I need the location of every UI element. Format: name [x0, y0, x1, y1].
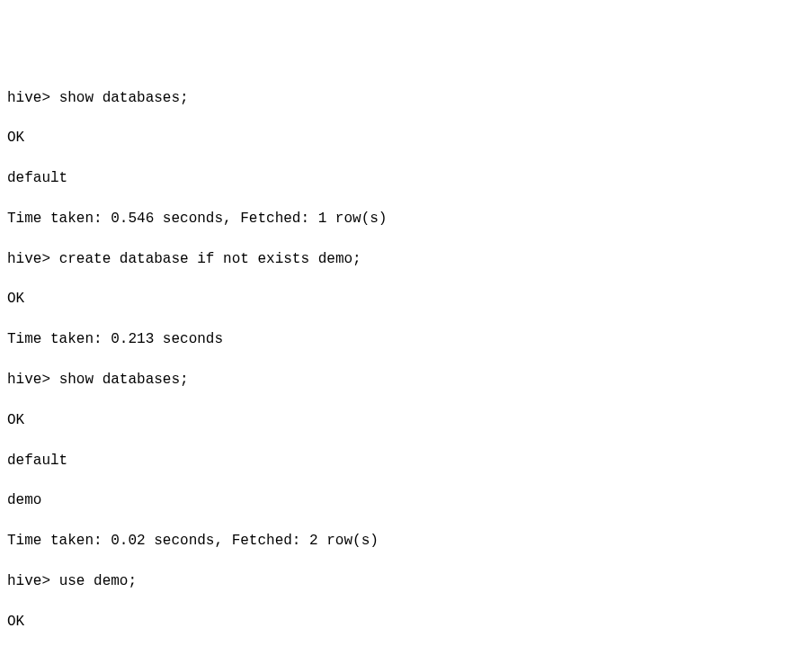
- prompt-line: hive> show databases;: [7, 370, 805, 390]
- result-row: demo: [7, 490, 805, 510]
- command: create database if not exists demo;: [59, 251, 361, 267]
- command: use demo;: [59, 573, 137, 589]
- prompt-line: hive> create database if not exists demo…: [7, 249, 805, 269]
- result-ok: OK: [7, 410, 805, 430]
- result-ok: OK: [7, 128, 805, 148]
- result-row: default: [7, 168, 805, 188]
- result-ok: OK: [7, 289, 805, 309]
- command: show databases;: [59, 372, 189, 388]
- time-taken: Time taken: 0.213 seconds: [7, 329, 805, 349]
- time-taken: Time taken: 0.02 seconds, Fetched: 2 row…: [7, 531, 805, 551]
- terminal-output: hive> show databases; OK default Time ta…: [7, 67, 805, 646]
- prompt-line: hive> use demo;: [7, 571, 805, 591]
- prompt: hive>: [7, 573, 50, 589]
- time-taken: Time taken: 0.546 seconds, Fetched: 1 ro…: [7, 209, 805, 229]
- prompt: hive>: [7, 90, 50, 106]
- command: show databases;: [59, 90, 189, 106]
- prompt: hive>: [7, 372, 50, 388]
- result-ok: OK: [7, 612, 805, 632]
- prompt-line: hive> show databases;: [7, 88, 805, 108]
- result-row: default: [7, 451, 805, 471]
- prompt: hive>: [7, 251, 50, 267]
